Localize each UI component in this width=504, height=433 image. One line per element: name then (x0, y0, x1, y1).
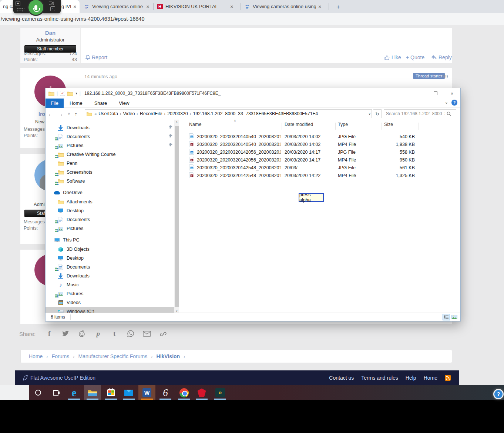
like-link[interactable]: Like (384, 54, 401, 60)
nav-item-software[interactable]: Software (46, 177, 174, 186)
nav-item-penn[interactable]: Penn (46, 159, 174, 168)
username-link[interactable]: Iro (38, 111, 45, 117)
file-row[interactable]: 20200320_20200320140540_202003201405... … (180, 140, 460, 148)
nav-item-3d-objects[interactable]: 3D Objects (46, 245, 174, 254)
nav-item-onedrive[interactable]: OneDrive (46, 188, 174, 197)
footer-brand[interactable]: Flat Awesome UseIP Edition (23, 375, 95, 381)
tab-close-icon[interactable]: × (318, 4, 322, 9)
reply-link[interactable]: Reply (431, 54, 452, 60)
task-view-button[interactable] (47, 385, 64, 400)
quote-link[interactable]: + Quote (406, 54, 424, 60)
new-folder-icon[interactable] (67, 91, 73, 96)
footer-link-terms[interactable]: Terms and rules (361, 375, 398, 381)
rss-icon[interactable] (445, 375, 451, 381)
scrollbar-thumb[interactable] (175, 126, 179, 307)
red-app-button[interactable] (193, 385, 210, 400)
forward-icon[interactable]: → (56, 111, 65, 117)
properties-check-icon[interactable]: ✓ (60, 91, 65, 96)
file-row[interactable]: 20200320_20200320142056_202003201420... … (180, 148, 460, 156)
post-number[interactable]: #9 (443, 74, 448, 79)
nav-item-creative-writing-course[interactable]: Creative Writing Course (46, 150, 174, 159)
nav-item-documents-pc[interactable]: Documents (46, 263, 174, 272)
new-tab-button[interactable]: + (334, 3, 342, 11)
nav-item-downloads[interactable]: Downloads (46, 123, 174, 132)
crumb-recordfile[interactable]: RecordFile (139, 111, 163, 116)
footer-link-help[interactable]: Help (406, 375, 416, 381)
scroll-up-icon[interactable]: ∧ (174, 120, 179, 124)
crumb-userdata[interactable]: UserData (98, 111, 119, 116)
nav-item-documents[interactable]: Documents (46, 132, 174, 141)
store-button[interactable] (103, 385, 120, 400)
post-timestamp[interactable]: 14 minutes ago (84, 74, 117, 79)
email-icon[interactable] (143, 330, 151, 338)
tab-viewing-cameras-1[interactable]: useIP Viewing cameras online using IVI × (81, 0, 152, 13)
menu-file[interactable]: File (46, 99, 64, 108)
file-row[interactable]: 20200320_20200320140540_202003201405... … (180, 133, 460, 140)
column-type[interactable]: Type (338, 122, 348, 127)
twitter-icon[interactable] (61, 330, 70, 338)
column-name[interactable]: Name (189, 122, 201, 127)
edge-button[interactable]: e (65, 385, 83, 400)
crumb-video[interactable]: Video (122, 111, 136, 116)
menu-share[interactable]: Share (88, 100, 113, 106)
facebook-icon[interactable]: f (45, 330, 53, 338)
recorder-add-icon[interactable]: + (16, 1, 20, 6)
back-icon[interactable]: ← (46, 111, 56, 117)
search-box[interactable] (384, 109, 456, 118)
nav-item-attachments[interactable]: Attachments (46, 197, 174, 206)
nav-item-videos[interactable]: Videos (46, 298, 174, 307)
explorer-title-bar[interactable]: | ✓ ▾ | 192.168.1.202_8000_33_73318F65F3… (46, 88, 460, 99)
breadcrumb-current[interactable]: HikVision (157, 353, 180, 359)
nav-item-downloads-pc[interactable]: Downloads (46, 272, 174, 280)
nav-item-pictures[interactable]: Pictures (46, 141, 174, 150)
menu-home[interactable]: Home (64, 100, 88, 106)
share-link-icon[interactable] (159, 330, 167, 338)
refresh-icon[interactable]: ↻ (373, 109, 382, 118)
qat-customize-icon[interactable]: ▾ (75, 91, 77, 95)
whatsapp-icon[interactable] (127, 330, 135, 338)
tab-hikvision-portal[interactable]: H HIKVISION UK PORTAL × (154, 0, 240, 13)
tab-close-icon[interactable]: × (73, 4, 77, 9)
breadcrumb-section[interactable]: Manufacturer Specific Forums (78, 353, 148, 359)
nav-scrollbar[interactable]: ∧ ∨ (174, 120, 179, 313)
nav-item-desktop[interactable]: Desktop (46, 206, 174, 215)
reddit-icon[interactable] (78, 330, 86, 338)
browser-address-bar[interactable]: /viewing-cameras-online-using-ivms-4200.… (0, 13, 504, 25)
cortana-button[interactable] (30, 385, 47, 400)
minimize-button[interactable]: – (410, 88, 427, 99)
search-input[interactable] (386, 111, 445, 116)
breadcrumb-forums[interactable]: Forums (52, 353, 69, 359)
footer-link-contact[interactable]: Contact us (329, 375, 354, 381)
address-dropdown-icon[interactable]: ∨ (368, 110, 371, 118)
nav-item-screenshots[interactable]: Screenshots (46, 168, 174, 177)
column-date[interactable]: Date modified (285, 122, 313, 127)
maximize-button[interactable] (427, 88, 444, 99)
nav-item-documents-onedrive[interactable]: Documents (46, 215, 174, 224)
close-button[interactable]: × (444, 88, 460, 99)
file-row[interactable]: 20200320_20200320142548_202003201425... … (180, 164, 460, 171)
tab-viewing-cameras-2[interactable]: useIP Viewing cameras online using IVI × (241, 0, 328, 13)
nav-item-this-pc[interactable]: This PC (46, 236, 174, 244)
help-icon[interactable]: ? (451, 100, 457, 106)
address-bar[interactable]: « UserData › Video › RecordFile › 202003… (85, 109, 372, 118)
details-view-icon[interactable] (443, 314, 450, 320)
chevron-app-button[interactable]: » (212, 385, 229, 400)
nav-item-pictures-pc[interactable]: Pictures (46, 289, 174, 298)
webcam-off-icon[interactable] (49, 1, 54, 5)
tab-close-icon[interactable]: × (230, 4, 233, 9)
nav-item-music[interactable]: ♪ Music (46, 280, 174, 289)
up-icon[interactable]: ↑ (73, 111, 80, 117)
recorder-drag-handle[interactable] (16, 7, 24, 12)
recent-locations-icon[interactable]: ∨ (65, 112, 73, 116)
file-row[interactable]: 20200320_20200320142056_202003201420... … (180, 156, 460, 164)
six-app-button[interactable]: 6 (157, 385, 174, 400)
recorder-expand-icon[interactable]: › (50, 6, 55, 11)
pinterest-icon[interactable]: p (94, 330, 102, 338)
username-link[interactable]: Dan (20, 30, 80, 36)
chrome-button[interactable] (175, 385, 192, 400)
nav-item-desktop-pc[interactable]: Desktop (46, 254, 174, 263)
word-button[interactable]: W (138, 385, 155, 400)
column-size[interactable]: Size (384, 122, 393, 127)
mail-button[interactable] (120, 385, 137, 400)
crumb-date[interactable]: 20200320 (167, 111, 189, 116)
